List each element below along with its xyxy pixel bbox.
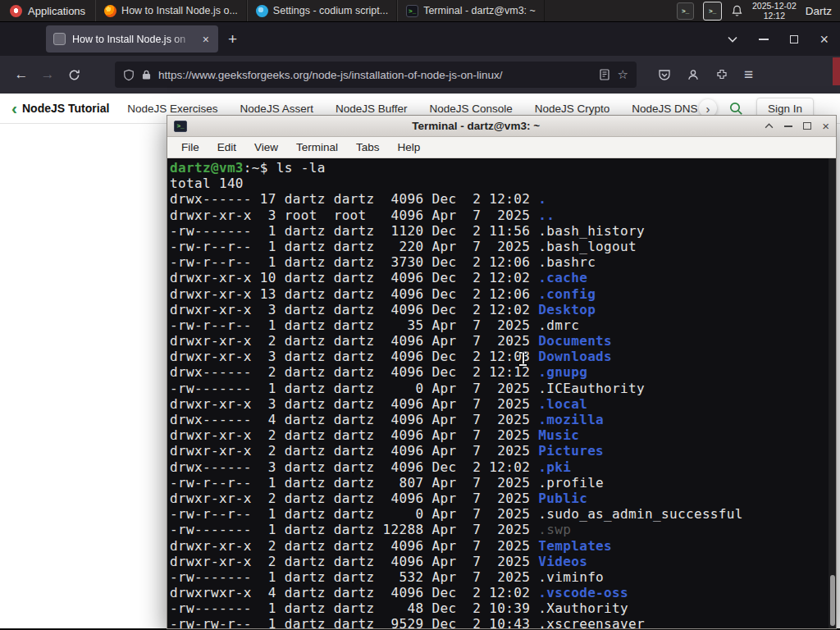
site-nav-back-chevron-icon[interactable]: ‹ — [11, 101, 17, 116]
terminal-output-line: drwxr-xr-x 2 dartz dartz 4096 Apr 7 2025… — [170, 491, 836, 506]
taskbar-window-title: Terminal - dartz@vm3: ~ — [423, 5, 536, 16]
bookmark-star-icon[interactable]: ☆ — [618, 67, 628, 82]
file-name: . — [538, 191, 546, 207]
terminal-output-line: -rw-rw-r-- 1 dartz dartz 9529 Dec 2 10:4… — [170, 616, 836, 628]
site-nav-title[interactable]: NodeJS Tutorial — [22, 102, 109, 115]
terminal-close-button[interactable]: × — [822, 121, 829, 131]
terminal-command: ls -la — [276, 160, 326, 176]
account-icon[interactable] — [687, 68, 700, 81]
list-all-tabs-chevron-icon[interactable] — [728, 36, 737, 43]
window-close-button[interactable]: × — [819, 34, 829, 45]
terminal-menu-item[interactable]: View — [247, 139, 285, 156]
file-name: .cache — [538, 270, 587, 285]
prompt-path: :~$ — [244, 160, 276, 176]
file-name: .swp — [538, 522, 571, 537]
tray-terminal-active-icon[interactable]: >_ — [703, 2, 722, 21]
file-meta: -rw-r--r-- 1 dartz dartz 3730 Dec 2 12:0… — [170, 254, 538, 270]
url-bar[interactable]: https://www.geeksforgeeks.org/node-js/in… — [115, 62, 637, 88]
terminal-scrollbar-thumb[interactable] — [830, 575, 835, 626]
window-minimize-button[interactable] — [759, 39, 769, 40]
taskbar-window-button[interactable]: >_Terminal - dartz@vm3: ~ — [397, 0, 545, 21]
site-nav-item[interactable]: NodeJS Crypto — [535, 103, 610, 115]
reload-button[interactable] — [61, 62, 87, 88]
terminal-menu-item[interactable]: Tabs — [349, 139, 387, 156]
file-name: .mozilla — [538, 412, 604, 427]
extensions-puzzle-icon[interactable] — [715, 68, 728, 81]
file-meta: drwxr-xr-x 3 dartz dartz 4096 Dec 2 12:0… — [170, 349, 538, 364]
tab-favicon — [53, 33, 66, 45]
terminal-output-line: -rw------- 1 dartz dartz 0 Apr 7 2025 .I… — [170, 381, 836, 396]
taskbar-window-button[interactable]: Settings - codium script... — [247, 0, 397, 21]
site-nav-item[interactable]: NodeJS Assert — [240, 103, 313, 115]
file-meta: -rw------- 1 dartz dartz 532 Apr 7 2025 — [170, 569, 538, 585]
tab-close-icon[interactable]: × — [201, 33, 211, 46]
file-meta: drwx------ 4 dartz dartz 4096 Apr 7 2025 — [170, 412, 538, 427]
site-nav-item[interactable]: NodeJS Exercises — [127, 103, 217, 115]
browser-tab[interactable]: How to Install Node.js on × — [46, 25, 218, 52]
bell-icon[interactable] — [731, 4, 743, 17]
site-nav-item[interactable]: NodeJS DNS — [632, 103, 697, 115]
file-name: .vscode-oss — [538, 585, 628, 600]
terminal-menu-item[interactable]: Edit — [210, 139, 244, 156]
applications-menu-button[interactable]: Applications — [0, 0, 95, 21]
terminal-menu-item[interactable]: Terminal — [289, 139, 345, 156]
panel-clock[interactable]: 2025-12-02 12:12 — [752, 1, 797, 21]
browser-tab-bar: How to Install Node.js on × + × — [0, 22, 840, 56]
terminal-rollup-chevron-icon[interactable] — [765, 123, 774, 129]
site-nav-item[interactable]: NodeJS Buffer — [336, 103, 408, 115]
tracking-shield-icon[interactable] — [123, 69, 135, 81]
file-name: .Xauthority — [538, 600, 628, 616]
back-button[interactable]: ← — [8, 62, 34, 88]
file-meta: drwx------ 3 dartz dartz 4096 Dec 2 12:0… — [170, 459, 538, 475]
tabbar-controls: × — [728, 34, 840, 45]
terminal-scrollbar[interactable] — [829, 158, 836, 628]
file-meta: drwxr-xr-x 2 dartz dartz 4096 Apr 7 2025 — [170, 538, 538, 554]
file-name: .viminfo — [538, 569, 604, 585]
terminal-menubar: FileEditViewTerminalTabsHelp — [167, 137, 836, 158]
tray-terminal-icon[interactable]: >_ — [677, 2, 694, 20]
prompt-user-host: dartz@vm3 — [170, 160, 244, 176]
terminal-menu-item[interactable]: File — [174, 139, 207, 156]
reader-mode-icon[interactable] — [599, 69, 610, 80]
terminal-titlebar[interactable]: >_ Terminal - dartz@vm3: ~ × — [167, 116, 836, 137]
taskbar-window-title: How to Install Node.js o... — [121, 5, 238, 16]
terminal-output-line: drwxr-xr-x 2 dartz dartz 4096 Apr 7 2025… — [170, 554, 836, 569]
terminal-menu-item[interactable]: Help — [390, 139, 428, 156]
terminal-output-line: -rw------- 1 dartz dartz 532 Apr 7 2025 … — [170, 569, 836, 585]
firefox-icon — [104, 5, 116, 17]
terminal-output-line: drwxr-xr-x 2 dartz dartz 4096 Apr 7 2025… — [170, 427, 836, 443]
site-search-icon[interactable] — [728, 101, 743, 116]
terminal-title: Terminal - dartz@vm3: ~ — [187, 120, 765, 132]
taskbar-window-button[interactable]: How to Install Node.js o... — [95, 0, 247, 21]
text-cursor-icon — [519, 352, 527, 366]
lock-icon[interactable] — [142, 69, 151, 80]
pocket-icon[interactable] — [658, 68, 671, 81]
terminal-output-line: -rw-r--r-- 1 dartz dartz 220 Apr 7 2025 … — [170, 239, 836, 254]
terminal-output-line: -rw------- 1 dartz dartz 1120 Dec 2 11:5… — [170, 223, 836, 239]
navbar-right-icons: ≡ — [658, 66, 753, 84]
terminal-output-line: -rw------- 1 dartz dartz 48 Dec 2 10:39 … — [170, 600, 836, 616]
window-maximize-button[interactable] — [790, 35, 798, 43]
terminal-minimize-button[interactable] — [784, 126, 792, 127]
file-meta: drwxrwxr-x 4 dartz dartz 4096 Dec 2 12:0… — [170, 585, 538, 600]
terminal-output-line: -rw-r--r-- 1 dartz dartz 3730 Dec 2 12:0… — [170, 254, 836, 270]
applications-label: Applications — [28, 5, 85, 17]
terminal-output-line: drwxr-xr-x 2 dartz dartz 4096 Apr 7 2025… — [170, 538, 836, 554]
file-meta: -rw------- 1 dartz dartz 0 Apr 7 2025 — [170, 381, 538, 396]
file-name: Documents — [538, 333, 612, 349]
terminal-prompt-line: dartz@vm3:~$ ls -la — [170, 160, 836, 176]
file-meta: -rw------- 1 dartz dartz 48 Dec 2 10:39 — [170, 600, 538, 616]
file-meta: drwx------ 2 dartz dartz 4096 Dec 2 12:1… — [170, 364, 538, 380]
terminal-window: >_ Terminal - dartz@vm3: ~ × FileEditVie… — [167, 115, 837, 629]
terminal-maximize-button[interactable] — [803, 122, 811, 130]
hamburger-menu-icon[interactable]: ≡ — [744, 66, 753, 84]
url-text[interactable]: https://www.geeksforgeeks.org/node-js/in… — [158, 69, 591, 81]
forward-button[interactable]: → — [34, 62, 61, 88]
terminal-window-icon: >_ — [174, 121, 187, 132]
new-tab-button[interactable]: + — [218, 30, 247, 48]
file-meta: drwxr-xr-x 10 dartz dartz 4096 Dec 2 12:… — [170, 270, 538, 285]
terminal-body[interactable]: dartz@vm3:~$ ls -latotal 140drwx------ 1… — [167, 158, 836, 628]
terminal-output-line: drwxr-xr-x 2 dartz dartz 4096 Apr 7 2025… — [170, 333, 836, 349]
file-name: Templates — [538, 538, 612, 554]
site-nav-item[interactable]: NodeJS Console — [429, 103, 512, 115]
